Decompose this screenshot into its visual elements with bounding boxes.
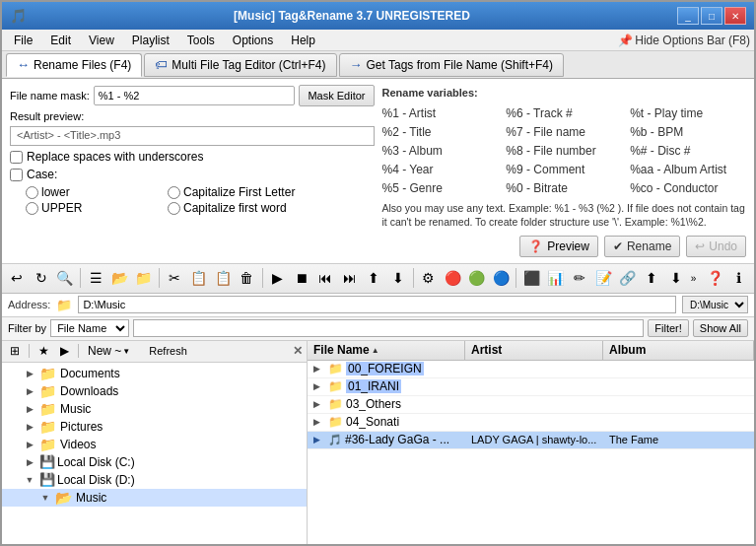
folder-icon-pictures: 📁 [39,419,56,435]
result-label-row: Result preview: [10,110,375,122]
address-dropdown[interactable]: D:\Music [682,296,748,313]
filter-button[interactable]: Filter! [648,319,689,337]
expander-ddrive[interactable]: ▼ [22,472,37,488]
maximize-button[interactable]: □ [701,7,722,25]
file-row-2[interactable]: ▶ 📁 03_Others [308,396,754,414]
file-row-0[interactable]: ▶ 📁 00_FOREIGN [308,361,754,378]
address-folder-icon: 📁 [56,298,72,312]
menu-file[interactable]: File [6,32,40,49]
tree-item-videos[interactable]: ▶ 📁 Videos [2,436,307,453]
menu-edit[interactable]: Edit [42,32,79,49]
tree-item-pictures[interactable]: ▶ 📁 Pictures [2,418,307,436]
expander-pictures[interactable]: ▶ [22,419,37,435]
filter-type-select[interactable]: File Name Artist Album Title [50,319,129,337]
tb-paste-button[interactable]: 📋 [212,266,234,290]
gettags-tab-icon: → [350,57,363,72]
tb-overflow-button[interactable]: » [691,273,697,284]
file-row-4[interactable]: ▶ 🎵 #36-Lady GaGa - ... LADY GAGA | shaw… [308,432,754,449]
radio-capitalize-first-input[interactable] [168,186,180,199]
tb-search-button[interactable]: 🔍 [54,266,76,290]
tb-sep-4 [413,268,414,288]
tree-item-music-d[interactable]: ▼ 📂 Music [2,489,307,507]
expander-music-d[interactable]: ▼ [37,490,53,506]
address-input[interactable] [78,296,676,313]
show-all-button[interactable]: Show All [693,319,748,337]
options-right: Rename variables: %1 - Artist %6 - Track… [382,85,747,257]
mask-input[interactable] [94,86,296,105]
tree-item-cdrive[interactable]: ▶ 💾 Local Disk (C:) [2,453,307,471]
tb-down-button[interactable]: ⬇ [386,266,408,290]
tree-item-documents[interactable]: ▶ 📁 Documents [2,365,307,382]
tb-stop-button[interactable]: ⏹ [291,266,312,290]
expander-cdrive[interactable]: ▶ [22,454,37,470]
tb-blue-button[interactable]: 🔵 [490,266,512,290]
new-folder-button[interactable]: New ~ ▼ [84,342,134,360]
tab-rename[interactable]: ↔ Rename Files (F4) [6,53,142,77]
expander-downloads[interactable]: ▶ [22,383,37,399]
tree-item-music[interactable]: ▶ 📁 Music [2,400,307,418]
close-button[interactable]: ✕ [724,7,746,25]
tb-red-button[interactable]: 🔴 [442,266,463,290]
folders-close-button[interactable]: ✕ [293,344,303,358]
radio-capitalize-word-input[interactable] [168,202,180,215]
menu-tools[interactable]: Tools [179,32,223,49]
tb-note-button[interactable]: 📝 [592,266,614,290]
menu-view[interactable]: View [81,32,122,49]
address-label: Address: [8,299,50,310]
tb-info-button[interactable]: ℹ [728,266,750,290]
folders-tb-btn-2[interactable]: ★ [34,342,52,360]
menu-playlist[interactable]: Playlist [124,32,177,49]
tb-prev-button[interactable]: ⏮ [314,266,336,290]
tb-chart-button[interactable]: 📊 [544,266,566,290]
col-header-album[interactable]: Album [603,341,754,360]
tb-green-button[interactable]: 🟢 [465,266,487,290]
tb-help-button[interactable]: ❓ [704,266,725,290]
file-row-3[interactable]: ▶ 📁 04_Sonati [308,414,754,432]
file-cell-artist-4: LADY GAGA | shawty-lo... [465,434,603,445]
tb-list-button[interactable]: ☰ [85,266,106,290]
col-header-artist[interactable]: Artist [465,341,603,360]
file-row-1[interactable]: ▶ 📁 01_IRANI [308,378,754,396]
expander-documents[interactable]: ▶ [22,366,37,381]
folders-tb-btn-1[interactable]: ⊞ [6,342,24,360]
filter-input[interactable] [133,319,644,337]
tb-black-button[interactable]: ⬛ [520,266,542,290]
tb-settings-button[interactable]: ⚙ [418,266,440,290]
tree-item-ddrive[interactable]: ▼ 💾 Local Disk (D:) [2,471,307,489]
folders-tb-btn-3[interactable]: ▶ [55,342,73,360]
tb-folder-button[interactable]: 📁 [133,266,155,290]
radio-lower-input[interactable] [26,186,38,199]
tb-arrow-down2-button[interactable]: ⬇ [664,266,686,290]
rename-button[interactable]: ✔ Rename [604,236,680,257]
undo-button[interactable]: ↩ Undo [686,236,746,257]
tree-item-downloads[interactable]: ▶ 📁 Downloads [2,382,307,400]
mask-editor-button[interactable]: Mask Editor [299,85,374,106]
hide-options-bar-button[interactable]: 📌 Hide Options Bar (F8) [618,34,750,47]
tb-back-button[interactable]: ↩ [6,266,28,290]
minimize-button[interactable]: _ [677,7,699,25]
tb-copy-button[interactable]: 📋 [187,266,209,290]
action-buttons: ❓ Preview ✔ Rename ↩ Undo [382,236,747,257]
preview-button[interactable]: ❓ Preview [519,236,598,257]
menu-options[interactable]: Options [225,32,281,49]
tb-refresh-button[interactable]: ↻ [30,266,51,290]
tab-get-tags[interactable]: → Get Tags from File Name (Shift+F4) [339,53,565,77]
tb-next-button[interactable]: ⏭ [339,266,361,290]
tb-link-button[interactable]: 🔗 [617,266,639,290]
expander-videos[interactable]: ▶ [22,437,37,452]
tab-multi-tag[interactable]: 🏷 Multi File Tag Editor (Ctrl+F4) [144,53,336,77]
radio-upper-input[interactable] [26,202,38,215]
tb-cut-button[interactable]: ✂ [164,266,185,290]
tb-play-button[interactable]: ▶ [267,266,289,290]
menu-help[interactable]: Help [283,32,323,49]
col-header-name[interactable]: File Name ▲ [308,341,465,360]
tb-up-button[interactable]: ⬆ [363,266,384,290]
expander-music[interactable]: ▶ [22,401,37,417]
tb-open-button[interactable]: 📂 [108,266,130,290]
case-checkbox[interactable] [10,169,23,181]
tb-edit-button[interactable]: ✏ [569,266,590,290]
tb-arrow-up2-button[interactable]: ⬆ [641,266,662,290]
tb-delete-button[interactable]: 🗑 [236,266,257,290]
replace-spaces-checkbox[interactable] [10,151,23,164]
refresh-button[interactable]: Refresh [144,342,192,360]
